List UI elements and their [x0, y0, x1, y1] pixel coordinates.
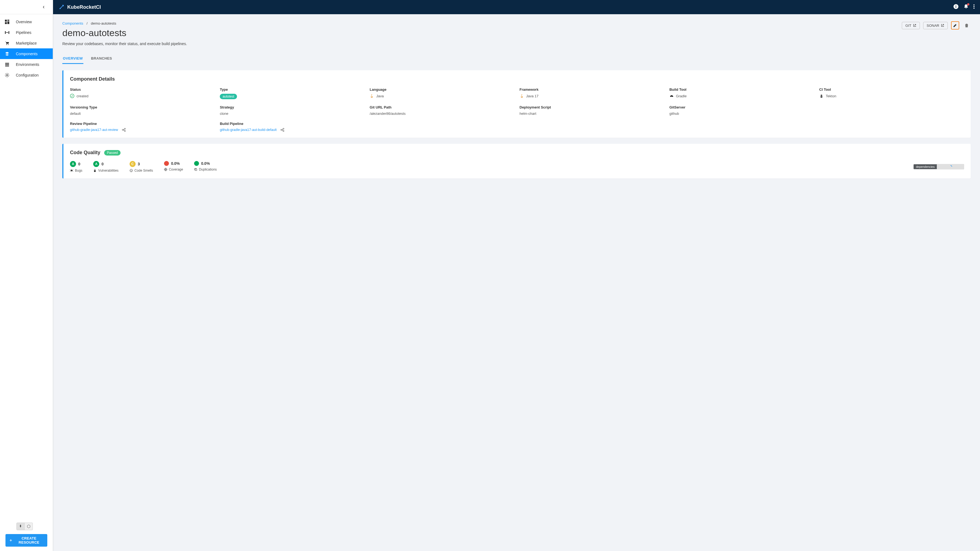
- nav-list: Overview Pipelines Marketplace Component…: [0, 14, 53, 519]
- sidebar-item-marketplace[interactable]: Marketplace: [0, 38, 53, 48]
- svg-point-19: [974, 8, 975, 9]
- java-icon: [520, 94, 524, 98]
- citool-label: CI Tool: [819, 87, 964, 92]
- brand-icon: [59, 4, 65, 10]
- svg-rect-0: [5, 20, 7, 22]
- coverage-value: 0.0%: [171, 161, 180, 166]
- svg-point-17: [974, 5, 975, 5]
- nav-label: Overview: [16, 20, 32, 24]
- svg-point-23: [124, 128, 126, 129]
- toggle-k8s[interactable]: [25, 522, 33, 530]
- check-circle-icon: [70, 94, 74, 98]
- language-value: Java: [369, 94, 514, 98]
- metric-bugs: A0 Bugs: [70, 161, 82, 173]
- more-vert-icon: [974, 5, 975, 9]
- review-pipeline-link[interactable]: github-gradle-java17-aut-review: [70, 128, 118, 132]
- pencil-icon: [953, 23, 957, 28]
- create-resource-button[interactable]: CREATE RESOURCE: [5, 534, 47, 547]
- smell-icon: [130, 169, 133, 172]
- brand[interactable]: KubeRocketCI: [59, 4, 101, 10]
- tekton-icon: [819, 94, 824, 98]
- sidebar: Overview Pipelines Marketplace Component…: [0, 0, 53, 551]
- buildtool-label: Build Tool: [670, 87, 815, 92]
- svg-point-22: [122, 129, 123, 130]
- metric-vulnerabilities: A0 Vulnerabilities: [93, 161, 118, 173]
- component-details-title: Component Details: [70, 76, 964, 82]
- svg-text:i: i: [955, 5, 956, 9]
- tab-branches[interactable]: BRANCHES: [91, 54, 113, 64]
- spinner-icon: [949, 165, 952, 168]
- git-button[interactable]: GIT: [902, 22, 920, 29]
- svg-point-12: [6, 75, 8, 76]
- graph-icon[interactable]: [280, 128, 284, 132]
- svg-point-7: [6, 44, 7, 45]
- code-quality-title: Code Quality: [70, 150, 100, 156]
- lock-icon: [93, 169, 97, 172]
- plus-icon: [9, 538, 12, 542]
- dashboard-icon: [4, 19, 10, 25]
- svg-rect-4: [5, 31, 6, 34]
- svg-rect-1: [7, 20, 9, 21]
- sidebar-item-configuration[interactable]: Configuration: [0, 70, 53, 80]
- svg-rect-6: [6, 32, 8, 33]
- breadcrumb-root[interactable]: Components: [62, 21, 83, 25]
- svg-rect-10: [5, 64, 9, 65]
- sidebar-item-environments[interactable]: Environments: [0, 59, 53, 70]
- framework-label: Framework: [520, 87, 665, 92]
- chevron-left-icon: [42, 6, 45, 8]
- svg-rect-11: [5, 65, 9, 67]
- svg-point-18: [974, 6, 975, 7]
- more-button[interactable]: [974, 5, 975, 10]
- build-pipeline-label: Build Pipeline: [220, 122, 365, 126]
- svg-point-25: [281, 129, 282, 130]
- nav-label: Environments: [16, 62, 39, 67]
- svg-rect-35: [195, 169, 197, 170]
- external-link-icon: [941, 24, 944, 27]
- svg-rect-9: [5, 63, 9, 64]
- type-badge: autotest: [220, 94, 237, 99]
- delete-button[interactable]: [963, 21, 971, 30]
- gear-icon: [4, 72, 10, 78]
- svg-point-14: [60, 8, 61, 9]
- graph-icon[interactable]: [122, 128, 126, 132]
- pipeline-icon: [4, 30, 10, 35]
- sidebar-item-pipelines[interactable]: Pipelines: [0, 27, 53, 38]
- gradle-icon: [670, 94, 674, 98]
- nav-label: Marketplace: [16, 41, 37, 45]
- bugs-rating: A: [70, 161, 76, 167]
- tab-overview[interactable]: OVERVIEW: [62, 54, 83, 64]
- svg-rect-2: [7, 21, 9, 24]
- svg-rect-3: [5, 22, 7, 24]
- giturl-label: Git URL Path: [369, 105, 514, 110]
- page-description: Review your codebases, monitor their sta…: [62, 41, 971, 46]
- metric-code-smells: C3 Code Smells: [130, 161, 153, 173]
- status-label: Status: [70, 87, 215, 92]
- action-buttons: GIT SONAR: [902, 21, 971, 30]
- metric-coverage: 0.0% Coverage: [164, 161, 183, 171]
- buildtool-value: Gradle: [670, 94, 815, 98]
- info-button[interactable]: i: [953, 4, 959, 10]
- sidebar-item-components[interactable]: Components: [0, 48, 53, 59]
- build-pipeline-link[interactable]: github-gradle-java17-aut-build-default: [220, 128, 277, 132]
- status-value: created: [70, 94, 215, 98]
- sonar-button[interactable]: SONAR: [923, 22, 948, 29]
- citool-value: Tekton: [819, 94, 964, 98]
- sidebar-collapse[interactable]: [0, 0, 53, 14]
- nav-label: Configuration: [16, 73, 38, 77]
- code-quality-status: Passed: [104, 150, 121, 156]
- svg-point-30: [130, 169, 132, 172]
- deployscript-value: helm-chart: [520, 111, 665, 116]
- svg-point-21: [821, 95, 822, 96]
- edit-button[interactable]: [951, 21, 959, 30]
- nav-label: Pipelines: [16, 30, 32, 35]
- notif-dot: [967, 3, 969, 5]
- deployscript-label: Deployment Script: [520, 105, 665, 110]
- notifications-button[interactable]: [964, 4, 969, 10]
- toggle-rocket[interactable]: [16, 522, 25, 530]
- dup-value: 0.0%: [201, 161, 210, 166]
- svg-point-8: [8, 44, 9, 45]
- smell-value: 3: [138, 162, 140, 166]
- sidebar-item-overview[interactable]: Overview: [0, 16, 53, 27]
- versioning-value: default: [70, 111, 215, 116]
- info-icon: i: [953, 4, 959, 9]
